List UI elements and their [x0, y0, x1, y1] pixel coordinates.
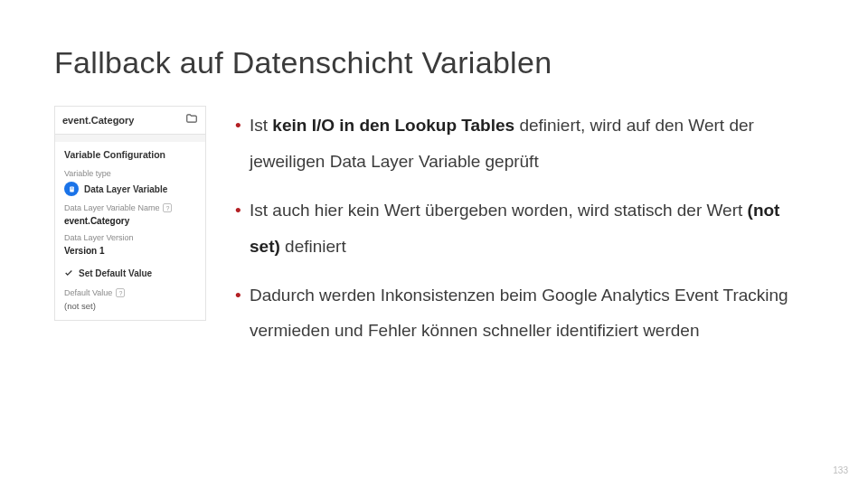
variable-type-label: Variable type	[64, 169, 198, 178]
slide: Fallback auf Datenschicht Variablen even…	[0, 0, 868, 488]
set-default-row: Set Default Value	[64, 265, 198, 281]
data-layer-variable-icon	[64, 182, 79, 196]
config-screenshot: event.Category Variable Configuration Va…	[54, 106, 206, 361]
svg-rect-1	[71, 187, 72, 188]
default-value-label: Default Value ?	[64, 288, 125, 297]
panel-gap	[54, 135, 206, 142]
bullet-list: Ist kein I/O in den Lookup Tables defini…	[235, 106, 814, 361]
variable-tile-label: event.Category	[62, 115, 134, 126]
dlv-name-label: Data Layer Variable Name ?	[64, 203, 172, 212]
variable-type-value: Data Layer Variable	[84, 184, 167, 194]
content-row: event.Category Variable Configuration Va…	[54, 106, 814, 361]
dlv-version-value: Version 1	[64, 246, 198, 256]
page-number: 133	[833, 465, 848, 475]
panel-title: Variable Configuration	[64, 149, 198, 160]
bullet-item: Ist auch hier kein Wert übergeben worden…	[235, 192, 814, 265]
dlv-name-value: event.Category	[64, 216, 198, 226]
bullet-item: Dadurch werden Inkonsistenzen beim Googl…	[235, 277, 814, 350]
variable-tile: event.Category	[54, 106, 206, 135]
help-icon: ?	[163, 203, 172, 212]
variable-type-row: Data Layer Variable	[64, 182, 198, 196]
page-title: Fallback auf Datenschicht Variablen	[54, 45, 814, 80]
variable-config-panel: Variable Configuration Variable type Dat…	[54, 142, 206, 321]
check-icon	[64, 265, 73, 281]
help-icon: ?	[116, 288, 125, 297]
set-default-label: Set Default Value	[79, 268, 152, 278]
svg-rect-0	[70, 186, 74, 192]
svg-rect-2	[71, 188, 72, 189]
default-value-value: (not set)	[64, 301, 198, 311]
folder-icon	[185, 112, 198, 128]
bullet-item: Ist kein I/O in den Lookup Tables defini…	[235, 108, 814, 180]
dlv-version-label: Data Layer Version	[64, 233, 198, 242]
